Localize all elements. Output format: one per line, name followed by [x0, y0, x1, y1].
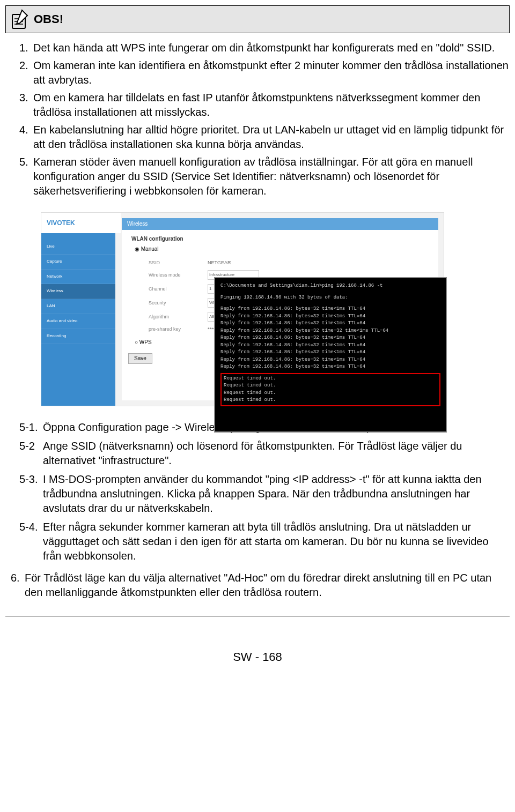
pencil-note-icon [11, 9, 28, 29]
list-number: 2. [19, 58, 33, 87]
list-item: Det kan hända att WPS inte fungerar om d… [33, 41, 510, 55]
terminal-line: Reply from 192.168.14.86: bytes=32 time<… [220, 363, 440, 371]
list-item: Kameran stöder även manuell konfiguratio… [33, 155, 510, 198]
obs-title: OBS! [34, 11, 63, 27]
radio-manual[interactable]: ◉ Manual [122, 243, 438, 255]
terminal-line: Request timed out. [224, 382, 437, 390]
list-item: Efter några sekunder kommer kameran att … [43, 520, 510, 563]
divider [5, 616, 510, 617]
sidebar-item-wireless[interactable]: Wireless [41, 284, 115, 299]
list-number: 1. [19, 41, 33, 55]
sidebar-item[interactable]: LAN [41, 299, 115, 314]
sidebar-item[interactable]: Capture [41, 255, 115, 270]
terminal-line: Reply from 192.168.14.86: bytes=32 time<… [220, 349, 440, 356]
radio-label: Manual [141, 246, 159, 252]
ssid-value: NETGEAR [208, 259, 256, 266]
list-item: Om kameran inte kan identifiera en åtkom… [33, 58, 510, 87]
sidebar-nav: Live Capture Network Wireless LAN Audio … [41, 240, 115, 344]
highlighted-timeout: Request timed out. Request timed out. Re… [220, 373, 440, 406]
algo-label: Algorithm [149, 314, 208, 320]
list-item: En kabelanslutning har alltid högre prio… [33, 123, 510, 152]
logo-text: VIVOTEK [47, 219, 75, 227]
section-title: Wireless [122, 218, 438, 230]
terminal-line: Pinging 192.168.14.86 with 32 bytes of d… [220, 294, 440, 302]
list-item: Om en kamera har tilldelats en fast IP u… [33, 91, 510, 120]
list-number: 5-3. [19, 472, 43, 516]
terminal-line: Reply from 192.168.14.86: bytes=32 time<… [220, 313, 440, 321]
terminal-line: Request timed out. [224, 390, 437, 397]
list-number: 5. [19, 155, 33, 198]
list-item: För Trådlöst läge kan du välja alternati… [25, 571, 510, 600]
sidebar-item[interactable]: Audio and video [41, 314, 115, 329]
terminal-window: C:\Documents and Settings\dian.lin>ping … [214, 277, 447, 433]
security-label: Security [149, 300, 208, 306]
sidebar-item[interactable]: Recording [41, 329, 115, 344]
section-subtitle: WLAN configuration [122, 230, 438, 244]
embedded-screenshot: VIVOTEK Live Capture Network Wireless LA… [41, 212, 444, 406]
terminal-line: Reply from 192.168.14.86: bytes=32 time<… [220, 334, 440, 342]
sidebar-item[interactable]: Live [41, 240, 115, 255]
channel-label: Channel [149, 286, 208, 292]
list-item: I MS-DOS-prompten använder du kommandot … [43, 472, 510, 516]
list-number: 4. [19, 123, 33, 152]
obs-callout: OBS! [5, 5, 510, 33]
list-number: 3. [19, 91, 33, 120]
logo: VIVOTEK [41, 213, 121, 233]
terminal-line: Reply from 192.168.14.86: bytes=32 time<… [220, 306, 440, 313]
list-item: Ange SSID (nätverksnamn) och lösenord fö… [43, 439, 510, 468]
terminal-line: Request timed out. [224, 375, 437, 383]
terminal-line: C:\Documents and Settings\dian.lin>ping … [220, 282, 440, 290]
sub-list: 5-1.Öppna Configuration page -> Wireless… [5, 420, 510, 563]
radio-label: WPS [139, 339, 152, 345]
terminal-line: Reply from 192.168.14.86: bytes=32 time=… [220, 327, 440, 335]
terminal-line: Reply from 192.168.14.86: bytes=32 time<… [220, 320, 440, 327]
save-button[interactable]: Save [128, 353, 152, 364]
outer-list: 6.För Trådlöst läge kan du välja alterna… [5, 571, 510, 600]
key-label: pre-shared key [149, 326, 208, 332]
list-number: 6. [11, 571, 25, 600]
numbered-list: 1.Det kan hända att WPS inte fungerar om… [5, 41, 510, 198]
terminal-line: Reply from 192.168.14.86: bytes=32 time<… [220, 342, 440, 349]
sidebar-item[interactable]: Network [41, 270, 115, 285]
mode-label: Wireless mode [149, 272, 208, 278]
page-number: SW - 168 [5, 649, 510, 665]
ssid-label: SSID [149, 259, 208, 266]
list-number: 5-2 [19, 439, 43, 468]
terminal-line: Request timed out. [224, 397, 437, 404]
list-number: 5-1. [19, 420, 43, 435]
list-number: 5-4. [19, 520, 43, 563]
terminal-line: Reply from 192.168.14.86: bytes=32 time<… [220, 356, 440, 364]
